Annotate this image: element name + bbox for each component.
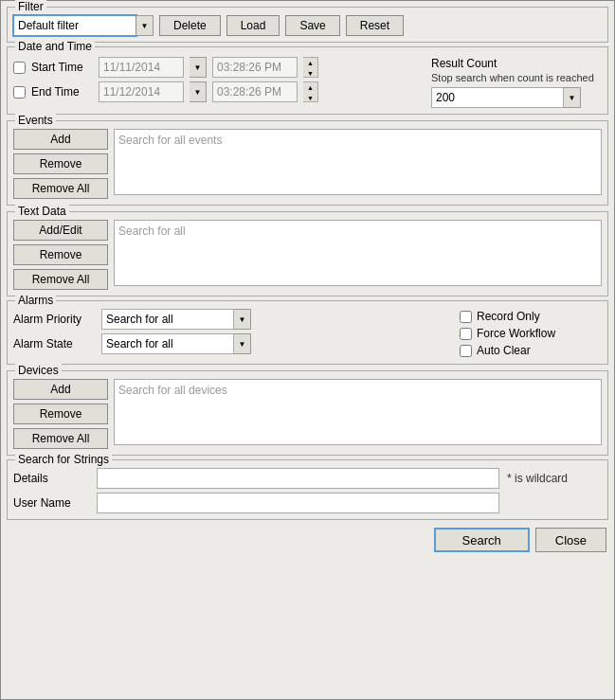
events-remove-button[interactable]: Remove [13,153,108,174]
auto-clear-label: Auto Clear [477,344,531,357]
alarm-priority-row: Alarm Priority ▼ [13,309,448,330]
alarm-state-select-wrap: ▼ [101,333,251,354]
end-time-spinner[interactable]: ▲ ▼ [303,81,318,102]
search-strings-section: Search for Strings Details * is wildcard… [7,459,608,520]
start-date-input[interactable] [99,57,184,78]
start-time-spinner[interactable]: ▲ ▼ [303,57,318,78]
text-data-section: Text Data Add/Edit Remove Remove All Sea… [7,211,608,296]
details-label: Details [13,472,89,485]
result-count-title: Result Count [431,57,602,70]
filter-dropdown-btn[interactable]: ▼ [136,15,154,36]
events-add-button[interactable]: Add [13,129,108,150]
text-data-search-text: Search for all [118,224,186,238]
record-only-checkbox[interactable] [460,311,472,323]
devices-section: Devices Add Remove Remove All Search for… [7,370,608,456]
alarms-left: Alarm Priority ▼ Alarm State ▼ [13,309,448,358]
devices-inner: Add Remove Remove All Search for all dev… [13,379,602,449]
filter-select-wrap: ▼ [13,15,154,36]
events-inner: Add Remove Remove All Search for all eve… [13,129,602,199]
alarm-state-label: Alarm State [13,337,94,350]
end-date-dropdown[interactable]: ▼ [190,81,207,102]
text-data-btn-col: Add/Edit Remove Remove All [13,220,108,290]
start-date-dropdown[interactable]: ▼ [190,57,207,78]
devices-search-text: Search for all devices [118,384,227,397]
devices-label: Devices [15,364,62,377]
end-date-input[interactable] [99,81,184,102]
alarm-priority-label: Alarm Priority [13,313,94,326]
main-window: Filter ▼ Delete Load Save Reset Date and… [0,0,615,700]
alarms-right: Record Only Force Workflow Auto Clear [460,309,602,358]
record-only-label: Record Only [477,310,540,323]
result-count-sub: Stop search when count is reached [431,72,602,83]
events-btn-col: Add Remove Remove All [13,129,108,199]
end-time-row: End Time ▼ ▲ ▼ [13,81,420,102]
details-input[interactable] [97,468,499,489]
search-button[interactable]: Search [434,528,530,552]
text-data-remove-button[interactable]: Remove [13,244,108,265]
text-data-remove-all-button[interactable]: Remove All [13,269,108,290]
auto-clear-checkbox[interactable] [460,345,472,357]
end-time-checkbox[interactable] [13,86,26,99]
alarms-label: Alarms [15,294,56,307]
devices-search-box: Search for all devices [114,379,602,445]
filter-input[interactable] [13,15,136,36]
force-workflow-row: Force Workflow [460,327,602,340]
username-label: User Name [13,496,89,510]
search-strings-label: Search for Strings [15,453,112,466]
force-workflow-label: Force Workflow [477,327,555,340]
close-button[interactable]: Close [535,528,606,552]
alarm-priority-input[interactable] [101,309,234,330]
delete-button[interactable]: Delete [159,15,221,36]
strings-inner: Details * is wildcard User Name [13,468,602,513]
text-data-label: Text Data [15,205,69,218]
events-label: Events [15,114,56,127]
force-workflow-checkbox[interactable] [460,328,472,340]
username-input[interactable] [97,493,499,513]
count-input[interactable] [431,87,564,108]
auto-clear-row: Auto Clear [460,344,602,357]
start-time-label: Start Time [31,61,93,74]
wildcard-note: * is wildcard [507,472,602,485]
alarm-state-input[interactable] [101,333,234,354]
start-time-checkbox[interactable] [13,62,26,74]
datetime-left: Start Time ▼ ▲ ▼ End Time ▼ [13,57,420,106]
filter-section: Filter ▼ Delete Load Save Reset [7,7,608,43]
alarms-inner: Alarm Priority ▼ Alarm State ▼ [13,309,602,358]
events-search-text: Search for all events [118,134,222,147]
devices-remove-button[interactable]: Remove [13,404,108,424]
bottom-bar: Search Close [7,528,608,552]
datetime-inner: Start Time ▼ ▲ ▼ End Time ▼ [13,57,602,108]
datetime-section: Date and Time Start Time ▼ ▲ ▼ End Time [7,46,608,115]
filter-label: Filter [15,0,46,13]
events-section: Events Add Remove Remove All Search for … [7,120,608,206]
devices-add-button[interactable]: Add [13,379,108,400]
datetime-label: Date and Time [15,40,95,53]
text-data-add-edit-button[interactable]: Add/Edit [13,220,108,241]
alarm-state-row: Alarm State ▼ [13,333,448,354]
count-select-wrap: ▼ [431,87,602,108]
devices-remove-all-button[interactable]: Remove All [13,428,108,449]
alarms-section: Alarms Alarm Priority ▼ Alarm State ▼ [7,300,608,365]
events-remove-all-button[interactable]: Remove All [13,178,108,199]
count-dropdown-btn[interactable]: ▼ [564,87,581,108]
text-data-search-box: Search for all [114,220,602,286]
end-time-input[interactable] [212,81,298,102]
alarm-priority-dropdown[interactable]: ▼ [234,309,251,330]
end-time-label: End Time [31,85,93,99]
result-count-area: Result Count Stop search when count is r… [431,57,602,108]
alarm-state-dropdown[interactable]: ▼ [234,333,251,354]
start-time-input[interactable] [212,57,298,78]
start-time-row: Start Time ▼ ▲ ▼ [13,57,420,78]
save-button[interactable]: Save [285,15,339,36]
text-data-inner: Add/Edit Remove Remove All Search for al… [13,220,602,290]
filter-row: ▼ Delete Load Save Reset [13,15,602,36]
events-search-box: Search for all events [114,129,602,195]
alarm-priority-select-wrap: ▼ [101,309,251,330]
reset-button[interactable]: Reset [346,15,404,36]
record-only-row: Record Only [460,310,602,323]
devices-btn-col: Add Remove Remove All [13,379,108,449]
load-button[interactable]: Load [226,15,280,36]
